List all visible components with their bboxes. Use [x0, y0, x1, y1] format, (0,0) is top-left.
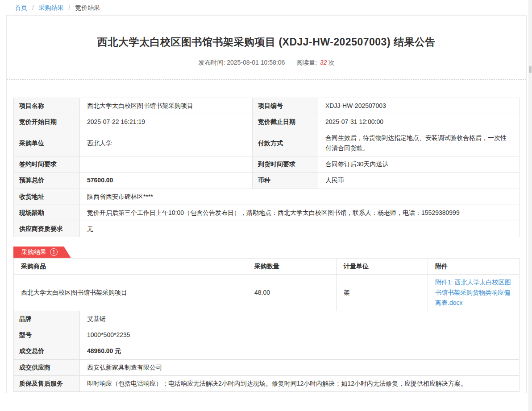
table-row: 收货地址 陕西省西安市碑林区**** [14, 189, 520, 205]
field-label: 收货地址 [14, 189, 80, 205]
field-label: 到货时间要求 [253, 156, 318, 173]
field-label: 项目编号 [253, 98, 318, 114]
supplier-value: 西安弘新家具制造有限公司 [80, 359, 520, 375]
breadcrumb-separator: / [32, 4, 34, 11]
breadcrumb-home-link[interactable]: 首页 [15, 4, 27, 11]
purchase-result-badge: 采购结果 1 [13, 247, 71, 258]
field-label: 竞价开始日期 [14, 114, 80, 130]
table-row: 预算总价 57600.00 币种 人民币 [14, 173, 520, 189]
result-detail-table: 品牌 艾基锘 型号 1000*500*2235 成交总价 48960.00 元 … [13, 311, 520, 391]
table-row: 质保及售后服务 即时响应（包括电话响应）；电话响应无法解决2小时内到达现场。修复… [14, 375, 520, 391]
field-label: 现场踏勘 [14, 205, 80, 221]
deal-total-price-value: 48960.00 元 [80, 343, 520, 359]
purchase-result-table: 采购商品 采购数量 计量单位 附件 西北大学太白校区图书馆书架采购项目 48.0… [13, 258, 520, 311]
table-row: 成交供应商 西安弘新家具制造有限公司 [14, 359, 520, 375]
model-value: 1000*500*2235 [80, 327, 520, 343]
field-value: 西北大学太白校区图书馆书架采购项目 [80, 98, 253, 114]
warranty-value: 即时响应（包括电话响应）；电话响应无法解决2小时内到达现场。修复时间12小时内解… [80, 375, 520, 391]
field-label: 成交供应商 [14, 359, 80, 375]
field-value: 合同签订后30天内送达 [318, 156, 520, 173]
breadcrumb-current-page: 竞价结果 [75, 4, 100, 11]
scrollbar-thumb[interactable] [529, 66, 532, 73]
field-label: 品牌 [14, 311, 80, 327]
column-header: 采购商品 [14, 258, 247, 274]
badge-count: 1 [50, 248, 58, 256]
field-value [80, 156, 253, 173]
table-row: 西北大学太白校区图书馆书架采购项目 48.00 架 附件1: 西北大学太白校区图… [14, 274, 520, 311]
field-value: 无 [80, 221, 520, 237]
field-value: 2025-07-22 16:21:19 [80, 114, 253, 130]
field-value: 竞价开启后第三个工作日上午10:00（包含公告发布日），踏勘地点：西北大学太白校… [80, 205, 520, 221]
table-row: 成交总价 48960.00 元 [14, 343, 520, 359]
field-value: 合同生效后，待货物到达指定地点、安装调试验收合格后，一次性付清合同货款。 [318, 130, 520, 156]
table-row: 签约时间要求 到货时间要求 合同签订后30天内送达 [14, 156, 520, 173]
table-row: 品牌 艾基锘 [14, 311, 520, 327]
field-label: 币种 [253, 173, 318, 189]
field-value: 西北大学 [80, 130, 253, 156]
table-row: 竞价开始日期 2025-07-22 16:21:19 竞价截止日期 2025-0… [14, 114, 520, 130]
field-label: 项目名称 [14, 98, 80, 114]
budget-total-value: 57600.00 [80, 173, 253, 189]
column-header: 采购数量 [247, 258, 337, 274]
column-header: 计量单位 [337, 258, 428, 274]
table-row: 采购单位 西北大学 付款方式 合同生效后，待货物到达指定地点、安装调试验收合格后… [14, 130, 520, 156]
views-count: 32 [320, 59, 327, 66]
breadcrumb-purchase-results-link[interactable]: 采购结果 [39, 4, 64, 11]
quantity-cell: 48.00 [247, 274, 337, 311]
table-row: 型号 1000*500*2235 [14, 327, 520, 343]
breadcrumb-separator: / [69, 4, 71, 11]
field-label: 型号 [14, 327, 80, 343]
views-unit: 次 [328, 59, 335, 66]
field-label: 质保及售后服务 [14, 375, 80, 391]
field-label: 付款方式 [253, 130, 318, 156]
field-value: 陕西省西安市碑林区**** [80, 189, 520, 205]
column-header: 附件 [428, 258, 520, 274]
table-row: 项目名称 西北大学太白校区图书馆书架采购项目 项目编号 XDJJ-HW-2025… [14, 98, 520, 114]
table-row: 现场踏勘 竞价开启后第三个工作日上午10:00（包含公告发布日），踏勘地点：西北… [14, 205, 520, 221]
scrollbar[interactable] [528, 0, 532, 411]
page-title: 西北大学太白校区图书馆书架采购项目 (XDJJ-HW-202507003) 结果… [13, 35, 520, 49]
divider [7, 79, 526, 80]
project-info-table: 项目名称 西北大学太白校区图书馆书架采购项目 项目编号 XDJJ-HW-2025… [13, 98, 520, 237]
article-meta: 发布时间: 2025-08-01 10:58:06阅读量: 32次 [13, 59, 520, 67]
breadcrumb: 首页 / 采购结果 / 竞价结果 [0, 0, 532, 11]
attachment-cell: 附件1: 西北大学太白校区图书馆书架采购货物类响应偏离表.docx [428, 274, 520, 311]
field-value: 人民币 [318, 173, 520, 189]
product-name-cell: 西北大学太白校区图书馆书架采购项目 [14, 274, 247, 311]
announcement-card: 西北大学太白校区图书馆书架采购项目 (XDJJ-HW-202507003) 结果… [6, 15, 527, 393]
publish-time-value: 2025-08-01 10:58:06 [227, 59, 285, 66]
field-label: 采购单位 [14, 130, 80, 156]
table-row: 供应商资质要求 无 [14, 221, 520, 237]
field-label: 竞价截止日期 [253, 114, 318, 130]
attachment-link[interactable]: 附件1: 西北大学太白校区图书馆书架采购货物类响应偏离表.docx [435, 279, 511, 306]
field-value: XDJJ-HW-202507003 [318, 98, 520, 114]
field-label: 签约时间要求 [14, 156, 80, 173]
brand-value: 艾基锘 [80, 311, 520, 327]
unit-cell: 架 [337, 274, 428, 311]
field-label: 成交总价 [14, 343, 80, 359]
table-header-row: 采购商品 采购数量 计量单位 附件 [14, 258, 520, 274]
views-label: 阅读量: [296, 59, 319, 66]
field-label: 预算总价 [14, 173, 80, 189]
field-value: 2025-07-31 12:00:00 [318, 114, 520, 130]
publish-time-label: 发布时间: [198, 59, 227, 66]
badge-label: 采购结果 [21, 248, 46, 256]
field-label: 供应商资质要求 [14, 221, 80, 237]
